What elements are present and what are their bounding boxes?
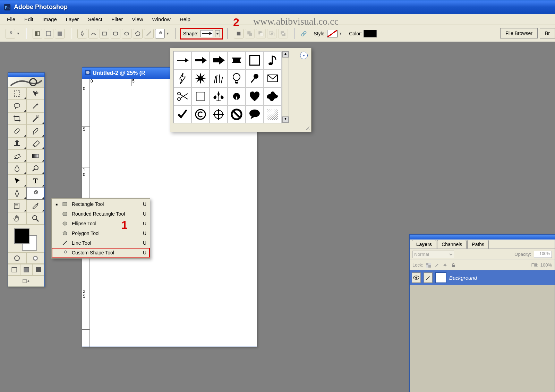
rectangle-shape-icon[interactable]: [100, 29, 109, 38]
combine-intersect-icon[interactable]: [267, 29, 277, 38]
menu-select[interactable]: Select: [84, 15, 106, 24]
line-shape-icon[interactable]: [144, 29, 154, 38]
scroll-down-icon[interactable]: ▼: [282, 116, 289, 123]
flyout-custom-shape-tool[interactable]: Custom Shape Tool U: [52, 248, 150, 258]
lasso-tool-icon[interactable]: [8, 100, 26, 112]
style-swatch[interactable]: [327, 30, 338, 37]
dropdown-arrow-icon[interactable]: ▼: [17, 32, 20, 35]
shape-arrow-med[interactable]: [191, 51, 210, 69]
marquee-tool-icon[interactable]: [8, 87, 26, 100]
layer-row-background[interactable]: Background: [410, 270, 555, 285]
path-select-tool-icon[interactable]: [8, 175, 26, 187]
move-tool-icon[interactable]: [26, 87, 45, 100]
chevron-down-icon[interactable]: ▼: [339, 32, 342, 35]
panel-grip[interactable]: [410, 235, 555, 239]
rounded-rect-shape-icon[interactable]: [111, 29, 120, 38]
menu-image[interactable]: Image: [38, 15, 61, 24]
shape-picker-dropdown[interactable]: Shape:: [180, 28, 223, 40]
shape-frame[interactable]: [246, 51, 264, 69]
menu-view[interactable]: View: [128, 15, 147, 24]
combine-exclude-icon[interactable]: [278, 29, 288, 38]
shape-arrow-bold[interactable]: [210, 51, 228, 69]
brush-tool-icon[interactable]: [26, 125, 45, 137]
menu-file[interactable]: File: [3, 15, 19, 24]
tab-file-browser[interactable]: File Browser: [500, 28, 538, 38]
zoom-tool-icon[interactable]: [26, 212, 45, 225]
gradient-tool-icon[interactable]: [26, 150, 45, 162]
custom-shape-tool-icon[interactable]: [26, 187, 45, 200]
freeform-pen-icon[interactable]: [88, 29, 98, 38]
scroll-up-icon[interactable]: ▲: [282, 51, 289, 58]
shape-square-outline[interactable]: [191, 87, 210, 105]
tab-channels[interactable]: Channels: [437, 240, 467, 249]
panel-menu-icon[interactable]: [300, 52, 308, 59]
shape-picker-scrollbar[interactable]: ▲ ▼: [282, 51, 289, 123]
flyout-line-tool[interactable]: Line Tool U: [52, 238, 150, 248]
menu-layer[interactable]: Layer: [62, 15, 83, 24]
combine-add-icon[interactable]: [245, 29, 255, 38]
fill-value[interactable]: 100%: [540, 262, 552, 268]
full-screen-menu-icon[interactable]: [20, 264, 32, 275]
chevron-down-icon[interactable]: [215, 30, 220, 37]
shape-registration[interactable]: [210, 105, 228, 123]
pen-icon[interactable]: [77, 29, 87, 38]
combine-new-icon[interactable]: [234, 29, 244, 38]
type-tool-icon[interactable]: T: [26, 175, 45, 187]
history-brush-tool-icon[interactable]: [26, 137, 45, 150]
layer-thumbnail[interactable]: [435, 272, 446, 283]
shape-envelope[interactable]: [264, 69, 282, 87]
shape-fleur[interactable]: [210, 87, 228, 105]
shape-speech-bubble[interactable]: [246, 105, 264, 123]
shape-grid-pattern[interactable]: [264, 105, 282, 123]
shape-heart[interactable]: [246, 87, 264, 105]
shape-scissors[interactable]: [173, 87, 191, 105]
visibility-icon[interactable]: [412, 272, 421, 283]
wand-tool-icon[interactable]: [26, 100, 45, 112]
tab-brushes[interactable]: Br: [540, 28, 555, 38]
shape-pushpin[interactable]: [246, 69, 264, 87]
menu-window[interactable]: Window: [148, 15, 175, 24]
menu-help[interactable]: Help: [176, 15, 195, 24]
standard-mode-icon[interactable]: [8, 253, 26, 264]
eraser-tool-icon[interactable]: [8, 150, 26, 162]
flyout-polygon-tool[interactable]: Polygon Tool U: [52, 228, 150, 238]
custom-shape-icon[interactable]: [155, 29, 165, 38]
polygon-shape-icon[interactable]: [133, 29, 143, 38]
link-icon[interactable]: 🔗: [301, 31, 307, 36]
toolbox-grip[interactable]: [8, 73, 44, 77]
flyout-rectangle-tool[interactable]: ■ Rectangle Tool U: [52, 199, 150, 209]
tool-preset-icon[interactable]: [6, 29, 15, 38]
pen-tool-icon[interactable]: [8, 187, 26, 200]
stamp-tool-icon[interactable]: [8, 137, 26, 150]
blend-mode-select[interactable]: Normal: [412, 251, 454, 258]
lock-position-icon[interactable]: [442, 262, 448, 268]
shape-checkmark[interactable]: [173, 105, 191, 123]
paths-icon[interactable]: [44, 29, 53, 38]
flyout-rounded-rectangle-tool[interactable]: Rounded Rectangle Tool U: [52, 209, 150, 219]
shape-bulb[interactable]: [228, 69, 246, 87]
tab-layers[interactable]: Layers: [412, 240, 436, 249]
fill-pixels-icon[interactable]: [55, 29, 65, 38]
menu-edit[interactable]: Edit: [20, 15, 37, 24]
edit-icon[interactable]: [424, 272, 433, 283]
shape-starburst[interactable]: [191, 69, 210, 87]
shape-banner[interactable]: [228, 51, 246, 69]
shape-arrow-thin[interactable]: [173, 51, 191, 69]
slice-tool-icon[interactable]: [26, 112, 45, 125]
menu-filter[interactable]: Filter: [107, 15, 127, 24]
lock-all-icon[interactable]: [450, 262, 456, 268]
quick-mask-mode-icon[interactable]: [26, 253, 45, 264]
shape-layers-icon[interactable]: [33, 29, 42, 38]
flyout-ellipse-tool[interactable]: Ellipse Tool U: [52, 219, 150, 228]
color-swatch[interactable]: [364, 30, 377, 37]
dropdown-arrow-icon[interactable]: ▼: [166, 32, 169, 35]
opacity-value[interactable]: 100%: [534, 251, 552, 258]
hand-tool-icon[interactable]: [8, 212, 26, 225]
lock-transparency-icon[interactable]: [425, 262, 432, 268]
shape-ornament[interactable]: [228, 87, 246, 105]
combine-subtract-icon[interactable]: [256, 29, 266, 38]
lock-image-icon[interactable]: [434, 262, 440, 268]
dodge-tool-icon[interactable]: [26, 162, 45, 175]
shape-lightning[interactable]: [173, 69, 191, 87]
shape-no-sign[interactable]: [228, 105, 246, 123]
